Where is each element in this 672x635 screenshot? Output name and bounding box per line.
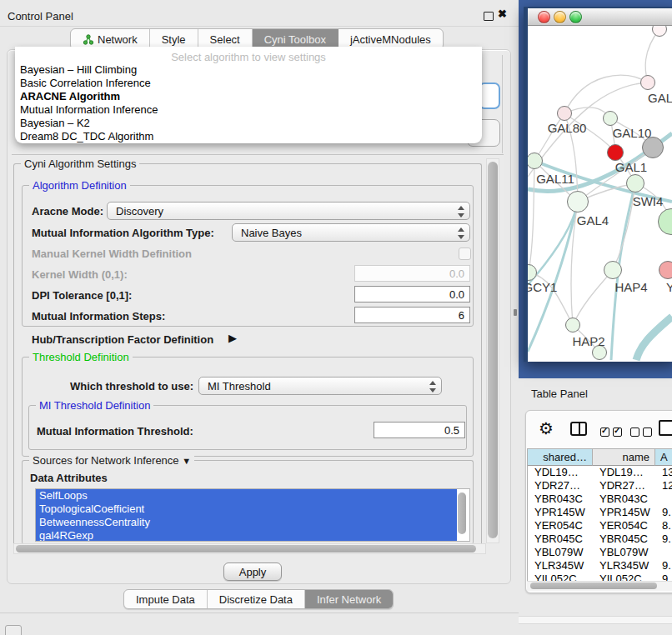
tab-impute-data[interactable]: Impute Data bbox=[124, 590, 208, 608]
node-label: Y bbox=[666, 280, 672, 294]
split-columns-icon[interactable] bbox=[570, 422, 587, 436]
dpi-tolerance-field[interactable]: 0.0 bbox=[354, 286, 470, 302]
zoom-traffic-light[interactable] bbox=[569, 11, 582, 23]
table-row[interactable]: YER054CYER054C8. bbox=[528, 519, 672, 532]
close-icon[interactable]: ✖ bbox=[498, 8, 507, 20]
table-cell: YBR043C bbox=[593, 492, 655, 506]
network-node[interactable] bbox=[640, 75, 655, 90]
dropdown-item[interactable]: Basic Correlation Inference bbox=[15, 77, 482, 90]
network-window-titlebar[interactable] bbox=[528, 8, 672, 26]
manual-kernel-width-checkbox[interactable] bbox=[459, 248, 471, 260]
mi-steps-field[interactable]: 6 bbox=[354, 307, 470, 323]
column-header-shared-name[interactable]: shared… bbox=[528, 448, 593, 466]
mi-threshold-field[interactable]: 0.5 bbox=[374, 422, 465, 438]
network-node[interactable] bbox=[652, 26, 667, 37]
table-panel-title: Table Panel bbox=[531, 388, 588, 400]
network-node[interactable] bbox=[603, 111, 618, 126]
table-row[interactable]: YBR045CYBR045C9. bbox=[528, 532, 672, 546]
panel-title: Control Panel bbox=[8, 10, 73, 22]
table-row[interactable]: YPR145WYPR145W9. bbox=[528, 506, 672, 519]
network-node[interactable] bbox=[659, 261, 672, 279]
list-scrollbar[interactable] bbox=[458, 492, 466, 534]
mi-algorithm-type-combo[interactable]: Naive Bayes bbox=[232, 223, 470, 242]
table-cell: YIL052C bbox=[593, 572, 655, 581]
table-row[interactable]: YBR043CYBR043C bbox=[528, 492, 672, 506]
aracne-mode-combo[interactable]: Discovery bbox=[107, 202, 470, 220]
table-cell: YLR345W bbox=[593, 559, 655, 572]
table-cell: YBL079W bbox=[528, 546, 593, 559]
node-label: GAL4 bbox=[577, 213, 609, 228]
settings-vscrollbar[interactable] bbox=[488, 162, 498, 538]
settings-hscrollbar[interactable] bbox=[16, 545, 476, 552]
network-node[interactable] bbox=[604, 261, 622, 279]
table-cell: YBR045C bbox=[593, 532, 655, 546]
dropdown-item[interactable]: Dream8 DC_TDC Algorithm bbox=[15, 130, 482, 143]
network-node[interactable] bbox=[658, 208, 672, 235]
collapsed-panel-button[interactable] bbox=[5, 625, 22, 635]
network-node[interactable] bbox=[528, 152, 543, 169]
table-cell: YLR345W bbox=[528, 559, 593, 572]
manual-kernel-width-label: Manual Kernel Width Definition bbox=[32, 248, 192, 260]
expand-arrow-icon[interactable]: ▶ bbox=[228, 332, 237, 344]
dropdown-item[interactable]: Bayesian – Hill Climbing bbox=[15, 63, 482, 77]
table-hscrollbar[interactable] bbox=[530, 582, 657, 589]
network-icon bbox=[83, 34, 93, 45]
table-cell: YER054C bbox=[528, 519, 593, 532]
select-all-columns-icon[interactable] bbox=[600, 425, 622, 440]
network-node[interactable] bbox=[528, 264, 537, 281]
collapse-arrow-icon[interactable]: ▼ bbox=[182, 456, 191, 466]
tab-infer-network[interactable]: Infer Network bbox=[305, 590, 393, 608]
tab-label: Style bbox=[162, 33, 186, 46]
network-node[interactable] bbox=[565, 318, 580, 332]
float-icon[interactable] bbox=[484, 12, 494, 21]
group-title: Algorithm Definition bbox=[29, 179, 130, 192]
node-label: GAL11 bbox=[536, 172, 574, 186]
list-item[interactable]: SelfLoops bbox=[36, 489, 457, 502]
network-canvas[interactable]: GAL80GAL10GAL1GAL11GAL4SWI4GCY1HAP4YHAP2… bbox=[528, 26, 672, 362]
dropdown-item-selected[interactable]: ARACNE Algorithm bbox=[15, 90, 482, 103]
group-title: Cyni Algorithm Settings bbox=[21, 158, 139, 170]
table-cell: YBR045C bbox=[528, 532, 593, 546]
list-item[interactable]: gal4RGexp bbox=[36, 529, 457, 542]
tab-discretize-data[interactable]: Discretize Data bbox=[208, 590, 305, 608]
table-cell: YER054C bbox=[593, 519, 655, 532]
network-node[interactable] bbox=[607, 144, 624, 161]
node-label: GAL bbox=[648, 91, 672, 105]
table-row[interactable]: YLR345WYLR345W9. bbox=[528, 559, 672, 572]
node-label: GCY1 bbox=[528, 280, 557, 294]
data-attributes-label: Data Attributes bbox=[30, 472, 108, 484]
column-header-partial[interactable]: A bbox=[655, 448, 672, 466]
list-item[interactable]: TopologicalCoefficient bbox=[36, 502, 457, 516]
table-cell: YIL052C bbox=[528, 572, 593, 581]
tab-label: jActiveMNodules bbox=[350, 33, 431, 46]
dropdown-item[interactable]: Mutual Information Inference bbox=[15, 103, 482, 117]
network-node[interactable] bbox=[567, 191, 589, 212]
table-row[interactable]: YBL079WYBL079W bbox=[528, 546, 672, 559]
kernel-width-field[interactable]: 0.0 bbox=[354, 265, 470, 282]
hub-definition-label: Hub/Transcription Factor Definition bbox=[32, 333, 213, 346]
deselect-all-columns-icon[interactable] bbox=[630, 425, 652, 440]
column-header-name[interactable]: name bbox=[593, 448, 655, 466]
table-cell: 9 bbox=[655, 572, 672, 581]
field-value: 0.5 bbox=[444, 424, 459, 437]
close-traffic-light[interactable] bbox=[538, 11, 550, 23]
network-node[interactable] bbox=[626, 174, 644, 192]
apply-button[interactable]: Apply bbox=[223, 562, 282, 581]
table-cell: 8. bbox=[655, 519, 672, 532]
table-cell: YDL19… bbox=[528, 466, 593, 479]
table-cell: 13 bbox=[655, 466, 672, 479]
data-attributes-list: SelfLoops TopologicalCoefficient Between… bbox=[35, 488, 470, 542]
minimize-traffic-light[interactable] bbox=[554, 11, 566, 23]
control-panel-window: Control Panel ✖ Network Style Select bbox=[0, 0, 519, 613]
table-row[interactable]: YIL052CYIL052C9 bbox=[528, 572, 672, 581]
which-threshold-combo[interactable]: MI Threshold bbox=[198, 377, 442, 395]
dropdown-item[interactable]: Bayesian – K2 bbox=[15, 117, 482, 130]
table-row[interactable]: YDR27…YDR27…12 bbox=[528, 479, 672, 492]
tab-label: Select bbox=[210, 33, 240, 46]
table-settings-gear-icon[interactable]: ⚙ bbox=[539, 418, 554, 438]
table-row[interactable]: YDL19…YDL19…13 bbox=[528, 466, 672, 479]
splitter-grip[interactable] bbox=[514, 309, 517, 316]
network-node[interactable] bbox=[557, 106, 572, 121]
list-item[interactable]: BetweennessCentrality bbox=[36, 516, 457, 529]
new-column-icon[interactable] bbox=[659, 420, 672, 436]
